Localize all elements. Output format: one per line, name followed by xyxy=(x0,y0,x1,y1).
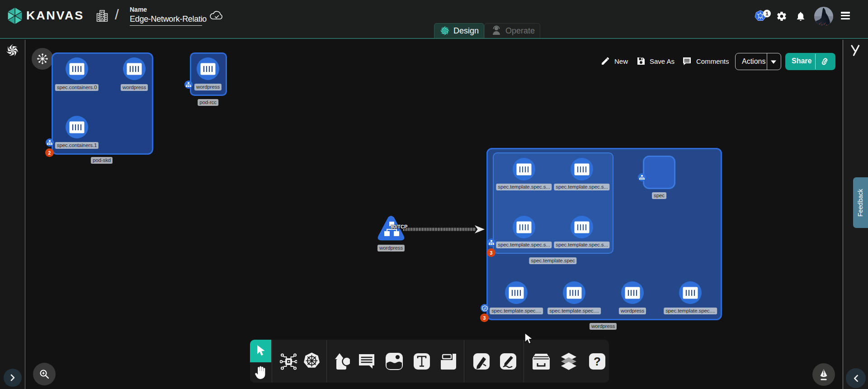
svg-text:1: 1 xyxy=(765,11,769,16)
svg-text:?: ? xyxy=(594,355,601,368)
